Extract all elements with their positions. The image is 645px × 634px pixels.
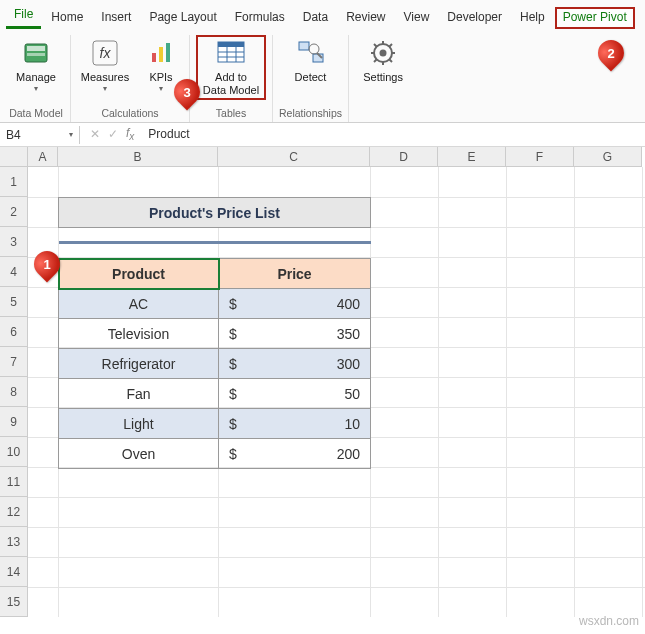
add-to-data-model-button[interactable]: Add to Data Model: [196, 35, 266, 100]
cell-product[interactable]: AC: [59, 289, 219, 319]
fx-icon: fx: [89, 37, 121, 69]
fx-icon[interactable]: fx: [126, 126, 134, 142]
col-header-E[interactable]: E: [438, 147, 506, 167]
tab-developer[interactable]: Developer: [439, 7, 510, 29]
col-header-B[interactable]: B: [58, 147, 218, 167]
tab-view[interactable]: View: [396, 7, 438, 29]
manage-button[interactable]: Manage ▾: [8, 35, 64, 93]
cell-product[interactable]: Television: [59, 319, 219, 349]
table-row[interactable]: Oven$200: [59, 439, 371, 469]
row-header-12[interactable]: 12: [0, 497, 28, 527]
group-label-tables: Tables: [216, 105, 246, 122]
cell-price[interactable]: $400: [219, 289, 371, 319]
select-all-corner[interactable]: [0, 147, 28, 167]
col-header-G[interactable]: G: [574, 147, 642, 167]
settings-button[interactable]: Settings: [355, 35, 411, 84]
row-header-6[interactable]: 6: [0, 317, 28, 347]
row-header-13[interactable]: 13: [0, 527, 28, 557]
svg-rect-6: [159, 47, 163, 62]
group-label-relationships: Relationships: [279, 105, 342, 122]
row-header-3[interactable]: 3: [0, 227, 28, 257]
gear-icon: [367, 37, 399, 69]
row-header-10[interactable]: 10: [0, 437, 28, 467]
row-header-8[interactable]: 8: [0, 377, 28, 407]
col-header-D[interactable]: D: [370, 147, 438, 167]
cancel-icon[interactable]: ✕: [90, 127, 100, 141]
cell-price[interactable]: $200: [219, 439, 371, 469]
tab-power-pivot[interactable]: Power Pivot: [555, 7, 635, 29]
row-header-5[interactable]: 5: [0, 287, 28, 317]
header-price[interactable]: Price: [219, 259, 371, 289]
enter-icon[interactable]: ✓: [108, 127, 118, 141]
svg-line-24: [374, 44, 377, 47]
svg-line-26: [374, 59, 377, 62]
row-header-7[interactable]: 7: [0, 347, 28, 377]
svg-point-16: [309, 44, 319, 54]
svg-rect-1: [27, 46, 45, 51]
cell-product[interactable]: Light: [59, 409, 219, 439]
group-calculations: fx Measures ▾ KPIs ▾ Calculations: [71, 35, 190, 122]
table-icon: [215, 37, 247, 69]
chevron-down-icon: ▾: [159, 84, 163, 93]
cell-product[interactable]: Fan: [59, 379, 219, 409]
svg-rect-7: [166, 43, 170, 62]
spreadsheet-grid[interactable]: 123456789101112131415 ABCDEFG Product's …: [0, 147, 645, 617]
group-label-data-model: Data Model: [9, 105, 63, 122]
table-row[interactable]: Refrigerator$300: [59, 349, 371, 379]
formula-bar-value[interactable]: Product: [148, 127, 189, 141]
svg-text:fx: fx: [100, 45, 112, 61]
col-header-C[interactable]: C: [218, 147, 370, 167]
detect-icon: [295, 37, 327, 69]
tab-help[interactable]: Help: [512, 7, 553, 29]
chevron-down-icon: ▾: [103, 84, 107, 93]
row-header-15[interactable]: 15: [0, 587, 28, 617]
table-row[interactable]: Fan$50: [59, 379, 371, 409]
table-row[interactable]: Light$10: [59, 409, 371, 439]
chevron-down-icon: ▾: [69, 130, 73, 139]
row-header-2[interactable]: 2: [0, 197, 28, 227]
group-data-model: Manage ▾ Data Model: [2, 35, 71, 122]
tab-page-layout[interactable]: Page Layout: [141, 7, 224, 29]
group-tables: Add to Data Model Tables 3: [190, 35, 273, 122]
svg-rect-5: [152, 53, 156, 62]
tab-data[interactable]: Data: [295, 7, 336, 29]
svg-rect-9: [218, 42, 244, 47]
row-header-11[interactable]: 11: [0, 467, 28, 497]
cell-price[interactable]: $10: [219, 409, 371, 439]
tab-home[interactable]: Home: [43, 7, 91, 29]
row-header-9[interactable]: 9: [0, 407, 28, 437]
chevron-down-icon: ▾: [34, 84, 38, 93]
kpi-icon: [145, 37, 177, 69]
title-area: Product's Price List: [58, 197, 371, 258]
group-label-calculations: Calculations: [101, 105, 158, 122]
column-headers: ABCDEFG: [28, 147, 645, 167]
cell-price[interactable]: $50: [219, 379, 371, 409]
measures-button[interactable]: fx Measures ▾: [77, 35, 133, 93]
row-header-1[interactable]: 1: [0, 167, 28, 197]
cell-product[interactable]: Oven: [59, 439, 219, 469]
ribbon: Manage ▾ Data Model fx Measures ▾ KPIs ▾: [0, 29, 645, 123]
group-relationships: Detect Relationships: [273, 35, 349, 122]
tab-formulas[interactable]: Formulas: [227, 7, 293, 29]
header-product[interactable]: Product: [59, 259, 219, 289]
table-row[interactable]: AC$400: [59, 289, 371, 319]
detect-button[interactable]: Detect: [283, 35, 339, 84]
name-box[interactable]: B4 ▾: [0, 126, 80, 144]
row-header-4[interactable]: 4: [0, 257, 28, 287]
manage-icon: [20, 37, 52, 69]
col-header-F[interactable]: F: [506, 147, 574, 167]
sheet-title: Product's Price List: [59, 198, 371, 228]
data-table[interactable]: Product Price AC$400Television$350Refrig…: [58, 258, 371, 469]
table-row[interactable]: Television$350: [59, 319, 371, 349]
svg-line-27: [389, 44, 392, 47]
cell-price[interactable]: $350: [219, 319, 371, 349]
cell-product[interactable]: Refrigerator: [59, 349, 219, 379]
tab-file[interactable]: File: [6, 4, 41, 29]
svg-line-25: [389, 59, 392, 62]
formula-bar-row: B4 ▾ ✕ ✓ fx Product: [0, 123, 645, 147]
cell-price[interactable]: $300: [219, 349, 371, 379]
row-header-14[interactable]: 14: [0, 557, 28, 587]
tab-insert[interactable]: Insert: [93, 7, 139, 29]
col-header-A[interactable]: A: [28, 147, 58, 167]
tab-review[interactable]: Review: [338, 7, 393, 29]
